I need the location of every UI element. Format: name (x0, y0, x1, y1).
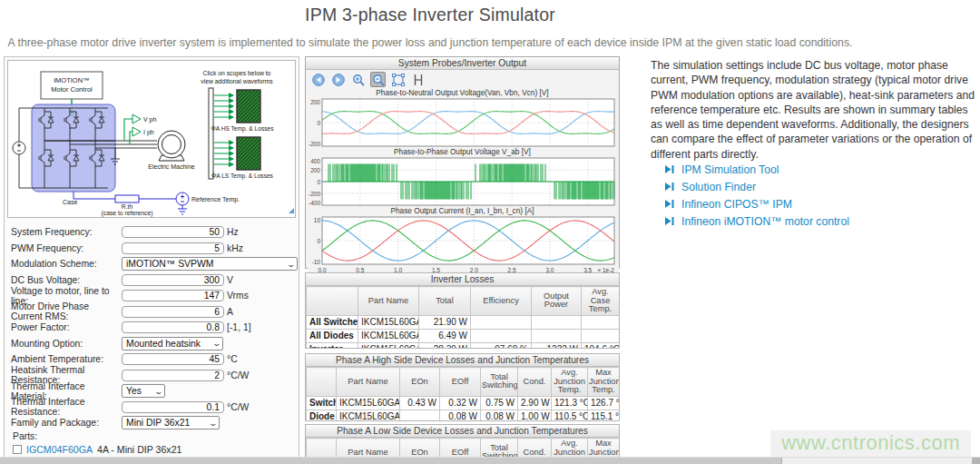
table-cell: 0.75 W (481, 396, 518, 410)
svg-text:0: 0 (317, 179, 320, 185)
table-cell: All Switches (307, 315, 358, 329)
field-label: DC Bus Voltage: (11, 275, 122, 285)
settings-form: System Frequency:HzPWM Frequency:kHzModu… (5, 224, 299, 431)
zoom-out-icon[interactable] (370, 72, 386, 87)
svg-text:-10: -10 (312, 259, 321, 265)
field-unit: V (227, 275, 233, 285)
field-select[interactable]: Yes⌄ (122, 384, 165, 398)
table-row: InverterIKCM15L60GA28.39 W97.68 %1222 W1… (307, 342, 620, 349)
table-cell: IKCM15L60GA (358, 342, 419, 349)
select-value: iMOTION™ SVPWM (126, 259, 213, 269)
chevron-down-icon: ⌄ (287, 260, 297, 269)
horizontal-scrollbar-thumb[interactable] (0, 458, 782, 464)
column-header: Part Name (337, 439, 400, 459)
field-unit: [-1, 1] (227, 322, 251, 332)
table-cell (582, 329, 620, 342)
field-input[interactable] (122, 226, 224, 238)
table-cell: 6.49 W (419, 329, 471, 342)
table-row: All SwitchesIKCM15L60GA21.90 W (307, 315, 620, 329)
table-title: Inverter Losses (306, 273, 619, 286)
field-unit: Vrms (227, 291, 249, 301)
svg-text:200: 200 (310, 99, 320, 105)
imotion-label-1: iMOTION™ (54, 76, 89, 84)
field-row-1: PWM Frequency:kHz (5, 241, 299, 257)
table-cell (532, 315, 582, 329)
hs-scope-label: ΦA HS Temp. & Losses (211, 125, 275, 133)
imotion-label-2: Motor Control (51, 85, 93, 94)
part-link[interactable]: IGCM04F60GA (26, 444, 93, 455)
back-icon[interactable] (310, 72, 326, 87)
svg-text:10: 10 (314, 217, 321, 223)
vph-probe-icon (132, 114, 141, 123)
field-input[interactable] (122, 370, 224, 381)
column-header: Cond. (518, 368, 552, 397)
cursors-icon[interactable] (410, 72, 426, 87)
link-row-0: IPM Simulation Tool (665, 161, 849, 178)
table-cell (471, 315, 532, 329)
field-row-12: Family and Package:Mini DIP 36x21⌄ (5, 415, 299, 431)
table-cell: 104.6 °C (582, 342, 620, 349)
column-header: Part Name (337, 368, 400, 397)
ls-scope-block[interactable] (237, 137, 260, 170)
case-label: Case (63, 199, 77, 205)
column-header: MaxJunctionTemp. (588, 368, 620, 397)
column-header: EOff (440, 368, 481, 397)
field-input[interactable] (122, 401, 224, 413)
related-link[interactable]: Infineon CIPOS™ IPM (681, 198, 792, 211)
field-select[interactable]: iMOTION™ SVPWM⌄ (122, 257, 298, 271)
table-cell: 2.90 W (518, 396, 552, 410)
field-input[interactable] (122, 242, 224, 254)
probe-v-label: V ph (143, 116, 157, 123)
zoom-in-icon[interactable] (350, 72, 366, 87)
forward-icon[interactable] (330, 72, 346, 87)
svg-text:400: 400 (310, 158, 320, 164)
description-text: The simulation settings include DC bus v… (651, 58, 975, 162)
field-input[interactable] (122, 306, 224, 318)
phase-current-plot[interactable]: 100-100.00.51.01.52.02.53.03.5× 1e-2 (308, 215, 619, 274)
field-input[interactable] (122, 321, 224, 333)
table-cell: 0.43 W (400, 396, 440, 410)
page-subtitle: A three-phase motor drive inverter syste… (0, 25, 860, 49)
select-value: Mini DIP 36x21 (126, 418, 190, 428)
part-checkbox[interactable] (13, 445, 22, 454)
column-header (307, 439, 337, 459)
related-links: IPM Simulation ToolSolution FinderInfine… (665, 161, 849, 230)
zoom-box-icon[interactable] (390, 72, 406, 87)
field-row-0: System Frequency:Hz (5, 224, 299, 241)
field-label: Family and Package: (11, 418, 122, 428)
field-select[interactable]: Mounted heatsink⌄ (122, 337, 223, 350)
chevron-down-icon: ⌄ (154, 387, 164, 396)
related-link[interactable]: Infineon iMOTION™ motor control (681, 215, 849, 228)
table-cell (400, 410, 440, 421)
table-cell: 0.08 W (440, 410, 481, 421)
link-row-3: Infineon iMOTION™ motor control (665, 212, 849, 230)
table-cell: 115.1 °C (588, 410, 620, 421)
field-label: Ambient Temperature: (11, 354, 122, 364)
scope-hint-1: Click on scopes below to (203, 70, 271, 77)
field-input[interactable] (122, 274, 224, 286)
field-unit: kHz (227, 243, 243, 253)
field-input[interactable] (122, 290, 224, 301)
phase-phase-voltage-plot[interactable]: 4002000-200-400 (308, 156, 619, 207)
table-cell: 21.90 W (419, 315, 471, 329)
column-header: Avg.JunctionTemp. (552, 439, 588, 459)
column-header (307, 368, 337, 397)
chevron-down-icon: ⌄ (212, 339, 222, 348)
field-row-5: Motor Drive Phase Current RMS:A (5, 304, 299, 321)
link-row-2: Infineon CIPOS™ IPM (665, 195, 849, 212)
column-header: TotalSwitching (481, 439, 518, 459)
field-label: Motor Drive Phase Current RMS: (11, 301, 122, 321)
field-unit: °C (227, 354, 238, 364)
svg-text:200: 200 (310, 167, 320, 173)
circuit-diagram-svg: iMOTION™ Motor Control (8, 61, 295, 217)
phase-phase-voltage-plot-title: Phase-to-Phase Output Voltage V_ab [V] (308, 148, 617, 156)
diagram-resize-icon[interactable] (289, 208, 294, 213)
rth-sub-label: (case to reference) (101, 210, 152, 217)
field-input[interactable] (122, 353, 224, 365)
related-link[interactable]: IPM Simulation Tool (681, 163, 779, 176)
related-link[interactable]: Solution Finder (681, 181, 756, 193)
table-cell: IKCM15L60GA (358, 315, 419, 329)
hs-scope-block[interactable] (237, 90, 260, 123)
field-select[interactable]: Mini DIP 36x21⌄ (122, 416, 220, 429)
phase-neutral-voltage-plot[interactable]: 2000-200 (308, 97, 619, 148)
